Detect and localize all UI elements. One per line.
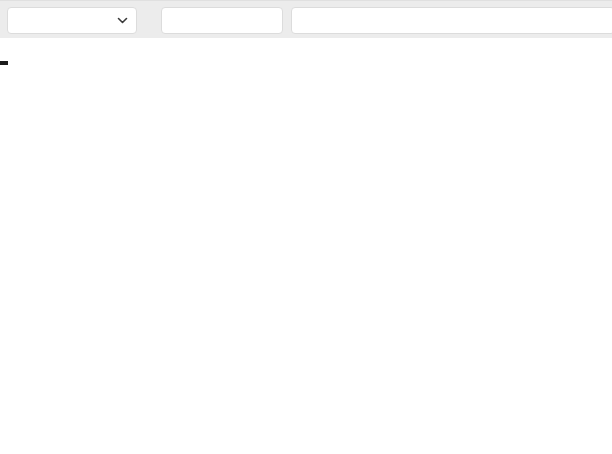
screen-artifact [0,61,8,65]
formula-bar-splitter-icon[interactable] [142,1,154,39]
formula-input[interactable] [291,7,612,34]
chevron-down-icon[interactable] [117,17,128,24]
formula-buttons-group [161,7,283,34]
name-box[interactable] [7,7,137,34]
sheet [0,44,612,454]
formula-bar-strip [0,0,612,38]
